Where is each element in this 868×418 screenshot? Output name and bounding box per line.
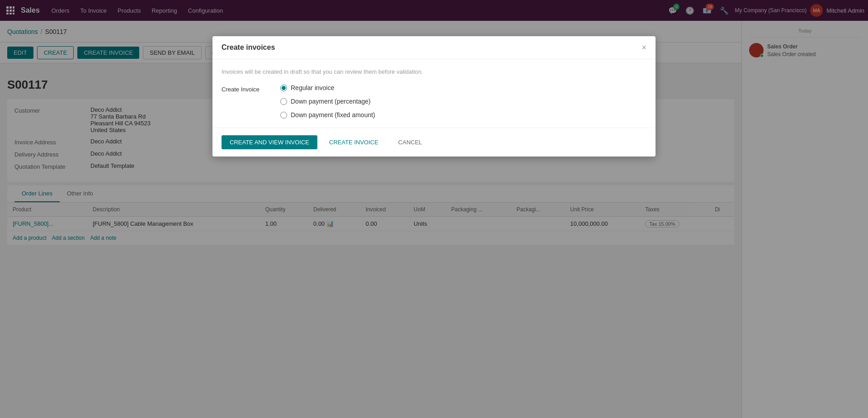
radio-regular-input[interactable] (280, 85, 287, 91)
invoice-type-radio-group: Regular invoice Down payment (percentage… (280, 84, 375, 119)
modal-form-row: Create Invoice Regular invoice Down paym… (222, 84, 646, 119)
radio-down-pct-input[interactable] (280, 98, 287, 105)
cancel-modal-button[interactable]: CANCEL (390, 135, 430, 149)
radio-down-fixed-input[interactable] (280, 112, 287, 119)
create-invoices-modal: Create invoices × Invoices will be creat… (212, 36, 656, 157)
modal-body: Invoices will be created in draft so tha… (212, 59, 656, 128)
radio-regular-label: Regular invoice (291, 84, 335, 91)
modal-close-button[interactable]: × (642, 43, 646, 52)
radio-down-fixed[interactable]: Down payment (fixed amount) (280, 111, 375, 119)
modal-footer: CREATE AND VIEW INVOICE CREATE INVOICE C… (212, 128, 656, 157)
radio-down-pct[interactable]: Down payment (percentage) (280, 98, 375, 105)
radio-regular-invoice[interactable]: Regular invoice (280, 84, 375, 91)
modal-form-label: Create Invoice (222, 84, 271, 93)
modal-title: Create invoices (222, 43, 275, 52)
create-invoice-modal-button[interactable]: CREATE INVOICE (321, 135, 387, 149)
radio-down-fixed-label: Down payment (fixed amount) (291, 111, 375, 119)
modal-backdrop[interactable]: Create invoices × Invoices will be creat… (0, 0, 868, 418)
radio-down-pct-label: Down payment (percentage) (291, 98, 371, 105)
modal-subtitle: Invoices will be created in draft so tha… (222, 68, 646, 75)
create-and-view-invoice-button[interactable]: CREATE AND VIEW INVOICE (222, 135, 317, 149)
modal-header: Create invoices × (212, 36, 656, 59)
